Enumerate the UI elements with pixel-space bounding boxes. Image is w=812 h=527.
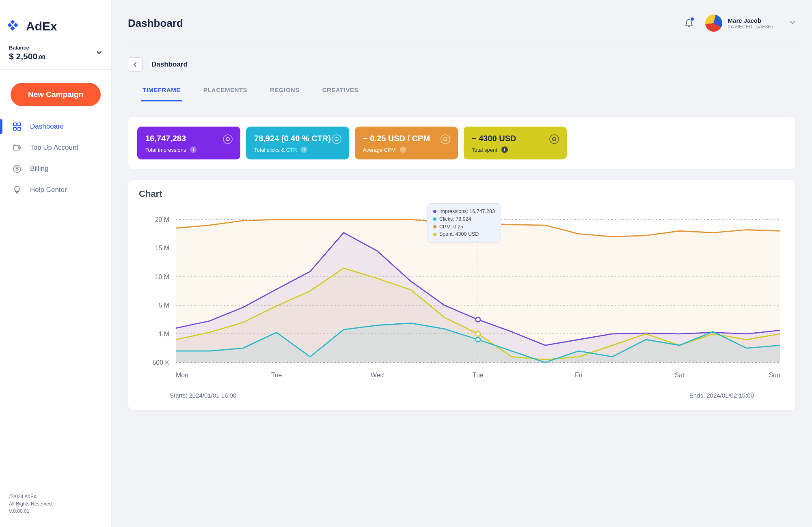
- user-name: Marc Jacob: [728, 17, 774, 24]
- svg-text:Sun: Sun: [769, 372, 780, 379]
- balance-label: Balance: [9, 45, 45, 51]
- nav-item-topup[interactable]: Top Up Account: [0, 137, 111, 158]
- nav-item-billing[interactable]: Billing: [0, 158, 111, 179]
- tab-creatives[interactable]: CREATIVES: [322, 83, 358, 101]
- svg-point-11: [223, 135, 232, 144]
- main: Dashboard Marc Jacob 0xA9ECFD...5AF8E7: [112, 0, 812, 527]
- balance-dropdown[interactable]: Balance $ 2,500.00: [0, 45, 111, 70]
- eye-icon: [549, 134, 559, 146]
- page-title: Dashboard: [128, 17, 183, 30]
- nav-label: Top Up Account: [30, 144, 78, 152]
- chart-area: 500 K1 M5 M10 M15 M20 MMonTueWedTueFriSa…: [139, 206, 785, 387]
- svg-text:1 M: 1 M: [159, 331, 170, 338]
- stat-value: ~ 4300 USD: [472, 134, 559, 143]
- chevron-down-icon: [789, 19, 796, 27]
- sidebar: AdEx Balance $ 2,500.00 New Campaign Das…: [0, 0, 112, 527]
- svg-text:Fri: Fri: [575, 372, 583, 379]
- svg-rect-3: [10, 26, 15, 30]
- chart-start-label: Starts: 2024/01/01 16:00: [170, 392, 236, 399]
- svg-rect-6: [13, 127, 16, 130]
- tabs: TIMEFRAME PLACEMENTS REGIONS CREATIVES: [128, 83, 796, 102]
- svg-rect-1: [13, 23, 18, 27]
- svg-text:500 K: 500 K: [152, 359, 169, 366]
- topbar: Dashboard Marc Jacob 0xA9ECFD...5AF8E7: [128, 15, 796, 43]
- stat-card-0[interactable]: 16,747,283 Total impressions i: [137, 127, 240, 159]
- svg-rect-4: [13, 123, 16, 126]
- stat-label: Total spent: [472, 147, 497, 153]
- svg-point-12: [226, 138, 229, 141]
- svg-point-16: [444, 138, 447, 141]
- svg-rect-7: [18, 127, 21, 130]
- nav-label: Dashboard: [30, 123, 64, 131]
- notification-dot-icon: [690, 17, 695, 22]
- svg-point-39: [476, 317, 480, 322]
- brand-name: AdEx: [26, 19, 57, 33]
- svg-text:Tue: Tue: [473, 372, 484, 379]
- svg-point-15: [441, 135, 450, 144]
- svg-text:Mon: Mon: [176, 372, 188, 379]
- svg-text:10 M: 10 M: [155, 273, 169, 280]
- user-address: 0xA9ECFD...5AF8E7: [728, 24, 774, 30]
- back-button[interactable]: [128, 57, 143, 72]
- chevron-down-icon: [96, 49, 102, 57]
- svg-rect-2: [8, 23, 12, 27]
- stat-card-3[interactable]: ~ 4300 USD Total spent i: [464, 127, 567, 159]
- svg-rect-5: [18, 123, 21, 126]
- nav: Dashboard Top Up Account Billing Help Ce…: [0, 116, 111, 200]
- info-icon: i: [501, 146, 508, 153]
- avatar-icon: [705, 15, 722, 32]
- nav-label: Billing: [30, 165, 48, 173]
- new-campaign-button[interactable]: New Campaign: [11, 83, 101, 106]
- svg-text:5 M: 5 M: [159, 302, 170, 309]
- eye-icon: [440, 134, 451, 146]
- svg-point-40: [476, 337, 480, 342]
- stat-label: Total clicks & CTR: [254, 147, 297, 153]
- svg-text:Sat: Sat: [675, 372, 685, 379]
- nav-item-help[interactable]: Help Center: [0, 179, 111, 200]
- chevron-left-icon: [132, 62, 138, 67]
- svg-point-41: [476, 331, 480, 336]
- nav-item-dashboard[interactable]: Dashboard: [0, 116, 111, 137]
- svg-text:Wed: Wed: [371, 372, 384, 379]
- brand-logo: AdEx: [0, 0, 111, 45]
- stat-card-1[interactable]: 78,924 (0.40 % CTR) Total clicks & CTR i: [246, 127, 349, 159]
- divider: [128, 43, 796, 43]
- eye-icon: [222, 134, 233, 146]
- user-menu[interactable]: Marc Jacob 0xA9ECFD...5AF8E7: [705, 15, 796, 32]
- svg-point-14: [335, 138, 338, 141]
- stat-value: 16,747,283: [145, 134, 232, 143]
- balance-value: $ 2,500.00: [9, 52, 45, 61]
- stat-value: 78,924 (0.40 % CTR): [254, 134, 341, 143]
- dollar-icon: [12, 164, 22, 174]
- grid-icon: [12, 122, 22, 131]
- stat-value: ~ 0.25 USD / CPM: [363, 134, 450, 143]
- tab-regions[interactable]: REGIONS: [270, 83, 300, 101]
- svg-rect-8: [13, 145, 20, 150]
- wallet-icon: [12, 143, 22, 153]
- tab-placements[interactable]: PLACEMENTS: [203, 83, 247, 101]
- info-icon: i: [301, 146, 307, 153]
- eye-icon: [331, 134, 342, 146]
- chart-tooltip: Impressions: 16,747,283Clicks: 78,924CPM…: [427, 203, 501, 243]
- chart-title: Chart: [139, 189, 785, 199]
- svg-text:20 M: 20 M: [155, 216, 169, 223]
- bulb-icon: [12, 185, 22, 195]
- stats-row: 16,747,283 Total impressions i 78,924 (0…: [128, 116, 796, 170]
- svg-text:Tue: Tue: [271, 372, 282, 379]
- chart-card: Chart 500 K1 M5 M10 M15 M20 MMonTueWedTu…: [128, 179, 796, 411]
- svg-rect-0: [10, 20, 15, 24]
- breadcrumb: Dashboard: [151, 60, 188, 69]
- svg-point-17: [550, 135, 559, 144]
- chart-end-label: Ends: 2024/01/02 15:00: [689, 392, 754, 399]
- svg-text:15 M: 15 M: [155, 245, 169, 252]
- tab-timeframe[interactable]: TIMEFRAME: [143, 83, 181, 101]
- notifications-button[interactable]: [684, 17, 694, 29]
- stat-label: Total impressions: [145, 147, 186, 153]
- svg-point-13: [332, 135, 341, 144]
- brand-icon: [8, 20, 20, 32]
- stat-card-2[interactable]: ~ 0.25 USD / CPM Average CPM i: [355, 127, 458, 159]
- svg-point-9: [19, 147, 21, 149]
- nav-label: Help Center: [30, 186, 67, 194]
- info-icon: i: [190, 146, 197, 153]
- stat-label: Average CPM: [363, 147, 396, 153]
